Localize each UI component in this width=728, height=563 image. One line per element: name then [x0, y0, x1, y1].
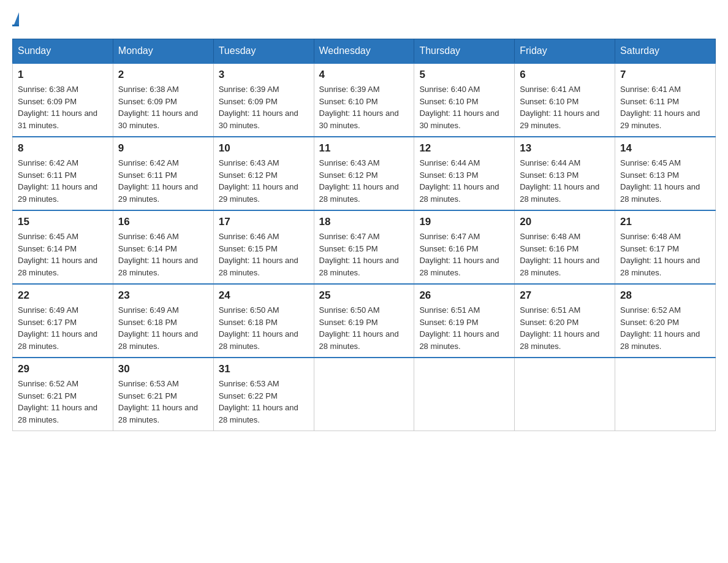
day-number: 24 [219, 289, 309, 302]
day-number: 28 [620, 289, 710, 302]
calendar-cell: 30 Sunrise: 6:53 AMSunset: 6:21 PMDaylig… [113, 358, 213, 431]
day-info: Sunrise: 6:44 AMSunset: 6:13 PMDaylight:… [520, 158, 599, 204]
day-info: Sunrise: 6:44 AMSunset: 6:13 PMDaylight:… [419, 158, 499, 204]
weekday-header-saturday: Saturday [615, 39, 716, 64]
day-number: 22 [18, 289, 108, 302]
calendar-cell: 4 Sunrise: 6:39 AMSunset: 6:10 PMDayligh… [314, 63, 414, 137]
weekday-header-sunday: Sunday [13, 39, 113, 64]
day-info: Sunrise: 6:43 AMSunset: 6:12 PMDaylight:… [219, 158, 298, 204]
calendar-cell: 23 Sunrise: 6:49 AMSunset: 6:18 PMDaylig… [113, 284, 213, 358]
calendar-cell: 12 Sunrise: 6:44 AMSunset: 6:13 PMDaylig… [414, 137, 515, 210]
day-info: Sunrise: 6:52 AMSunset: 6:20 PMDaylight:… [620, 305, 700, 351]
day-number: 31 [219, 363, 309, 375]
week-row-4: 22 Sunrise: 6:49 AMSunset: 6:17 PMDaylig… [13, 284, 716, 358]
week-row-1: 1 Sunrise: 6:38 AMSunset: 6:09 PMDayligh… [13, 63, 716, 137]
day-number: 18 [319, 216, 409, 228]
calendar-cell: 14 Sunrise: 6:45 AMSunset: 6:13 PMDaylig… [615, 137, 716, 210]
week-row-5: 29 Sunrise: 6:52 AMSunset: 6:21 PMDaylig… [13, 358, 716, 431]
day-info: Sunrise: 6:52 AMSunset: 6:21 PMDaylight:… [18, 379, 97, 424]
calendar-cell [515, 358, 615, 431]
calendar-cell: 20 Sunrise: 6:48 AMSunset: 6:16 PMDaylig… [515, 210, 615, 284]
day-info: Sunrise: 6:46 AMSunset: 6:15 PMDaylight:… [219, 232, 298, 277]
calendar-cell: 10 Sunrise: 6:43 AMSunset: 6:12 PMDaylig… [213, 137, 314, 210]
day-info: Sunrise: 6:53 AMSunset: 6:21 PMDaylight:… [118, 379, 198, 424]
day-info: Sunrise: 6:51 AMSunset: 6:20 PMDaylight:… [520, 305, 599, 351]
calendar-cell: 15 Sunrise: 6:45 AMSunset: 6:14 PMDaylig… [13, 210, 113, 284]
calendar-cell: 21 Sunrise: 6:48 AMSunset: 6:17 PMDaylig… [615, 210, 716, 284]
weekday-header-friday: Friday [515, 39, 615, 64]
calendar-cell: 31 Sunrise: 6:53 AMSunset: 6:22 PMDaylig… [213, 358, 314, 431]
calendar-cell: 29 Sunrise: 6:52 AMSunset: 6:21 PMDaylig… [13, 358, 113, 431]
day-number: 11 [319, 142, 409, 155]
day-number: 8 [18, 142, 108, 155]
day-info: Sunrise: 6:53 AMSunset: 6:22 PMDaylight:… [219, 379, 298, 424]
calendar-cell: 7 Sunrise: 6:41 AMSunset: 6:11 PMDayligh… [615, 63, 716, 137]
day-number: 17 [219, 216, 309, 228]
day-number: 12 [419, 142, 509, 155]
day-number: 3 [219, 69, 309, 81]
calendar-cell: 22 Sunrise: 6:49 AMSunset: 6:17 PMDaylig… [13, 284, 113, 358]
day-info: Sunrise: 6:39 AMSunset: 6:10 PMDaylight:… [319, 85, 399, 130]
day-number: 10 [219, 142, 309, 155]
calendar-cell: 11 Sunrise: 6:43 AMSunset: 6:12 PMDaylig… [314, 137, 414, 210]
day-number: 20 [520, 216, 610, 228]
calendar-cell: 2 Sunrise: 6:38 AMSunset: 6:09 PMDayligh… [113, 63, 213, 137]
day-info: Sunrise: 6:43 AMSunset: 6:12 PMDaylight:… [319, 158, 399, 204]
day-info: Sunrise: 6:41 AMSunset: 6:11 PMDaylight:… [620, 85, 700, 130]
calendar-table: SundayMondayTuesdayWednesdayThursdayFrid… [12, 39, 716, 431]
day-number: 15 [18, 216, 108, 228]
day-info: Sunrise: 6:38 AMSunset: 6:09 PMDaylight:… [118, 85, 198, 130]
day-number: 26 [419, 289, 509, 302]
weekday-header-row: SundayMondayTuesdayWednesdayThursdayFrid… [13, 39, 716, 64]
calendar-cell: 18 Sunrise: 6:47 AMSunset: 6:15 PMDaylig… [314, 210, 414, 284]
day-number: 13 [520, 142, 610, 155]
day-number: 1 [18, 69, 108, 81]
week-row-3: 15 Sunrise: 6:45 AMSunset: 6:14 PMDaylig… [13, 210, 716, 284]
calendar-cell: 25 Sunrise: 6:50 AMSunset: 6:19 PMDaylig… [314, 284, 414, 358]
day-info: Sunrise: 6:51 AMSunset: 6:19 PMDaylight:… [419, 305, 499, 351]
day-info: Sunrise: 6:45 AMSunset: 6:14 PMDaylight:… [18, 232, 97, 277]
weekday-header-thursday: Thursday [414, 39, 515, 64]
calendar-cell: 28 Sunrise: 6:52 AMSunset: 6:20 PMDaylig… [615, 284, 716, 358]
calendar-cell [314, 358, 414, 431]
calendar-cell: 9 Sunrise: 6:42 AMSunset: 6:11 PMDayligh… [113, 137, 213, 210]
calendar-cell [414, 358, 515, 431]
calendar-cell: 19 Sunrise: 6:47 AMSunset: 6:16 PMDaylig… [414, 210, 515, 284]
logo [12, 12, 19, 26]
day-number: 25 [319, 289, 409, 302]
day-info: Sunrise: 6:40 AMSunset: 6:10 PMDaylight:… [419, 85, 499, 130]
day-info: Sunrise: 6:42 AMSunset: 6:11 PMDaylight:… [18, 158, 97, 204]
day-info: Sunrise: 6:49 AMSunset: 6:17 PMDaylight:… [18, 305, 97, 351]
day-info: Sunrise: 6:48 AMSunset: 6:17 PMDaylight:… [620, 232, 700, 277]
weekday-header-tuesday: Tuesday [213, 39, 314, 64]
day-info: Sunrise: 6:39 AMSunset: 6:09 PMDaylight:… [219, 85, 298, 130]
calendar-cell: 17 Sunrise: 6:46 AMSunset: 6:15 PMDaylig… [213, 210, 314, 284]
day-number: 19 [419, 216, 509, 228]
calendar-cell: 16 Sunrise: 6:46 AMSunset: 6:14 PMDaylig… [113, 210, 213, 284]
day-number: 21 [620, 216, 710, 228]
day-number: 14 [620, 142, 710, 155]
page-header [12, 12, 716, 26]
weekday-header-wednesday: Wednesday [314, 39, 414, 64]
day-number: 16 [118, 216, 208, 228]
day-info: Sunrise: 6:41 AMSunset: 6:10 PMDaylight:… [520, 85, 599, 130]
day-number: 5 [419, 69, 509, 81]
day-number: 30 [118, 363, 208, 375]
day-info: Sunrise: 6:50 AMSunset: 6:18 PMDaylight:… [219, 305, 298, 351]
calendar-cell: 5 Sunrise: 6:40 AMSunset: 6:10 PMDayligh… [414, 63, 515, 137]
day-number: 2 [118, 69, 208, 81]
calendar-cell: 1 Sunrise: 6:38 AMSunset: 6:09 PMDayligh… [13, 63, 113, 137]
day-info: Sunrise: 6:49 AMSunset: 6:18 PMDaylight:… [118, 305, 198, 351]
calendar-cell: 3 Sunrise: 6:39 AMSunset: 6:09 PMDayligh… [213, 63, 314, 137]
calendar-cell: 24 Sunrise: 6:50 AMSunset: 6:18 PMDaylig… [213, 284, 314, 358]
calendar-cell: 8 Sunrise: 6:42 AMSunset: 6:11 PMDayligh… [13, 137, 113, 210]
day-number: 7 [620, 69, 710, 81]
calendar-cell: 13 Sunrise: 6:44 AMSunset: 6:13 PMDaylig… [515, 137, 615, 210]
day-number: 9 [118, 142, 208, 155]
calendar-cell: 6 Sunrise: 6:41 AMSunset: 6:10 PMDayligh… [515, 63, 615, 137]
day-number: 29 [18, 363, 108, 375]
day-info: Sunrise: 6:50 AMSunset: 6:19 PMDaylight:… [319, 305, 399, 351]
day-number: 6 [520, 69, 610, 81]
day-number: 27 [520, 289, 610, 302]
calendar-cell: 27 Sunrise: 6:51 AMSunset: 6:20 PMDaylig… [515, 284, 615, 358]
